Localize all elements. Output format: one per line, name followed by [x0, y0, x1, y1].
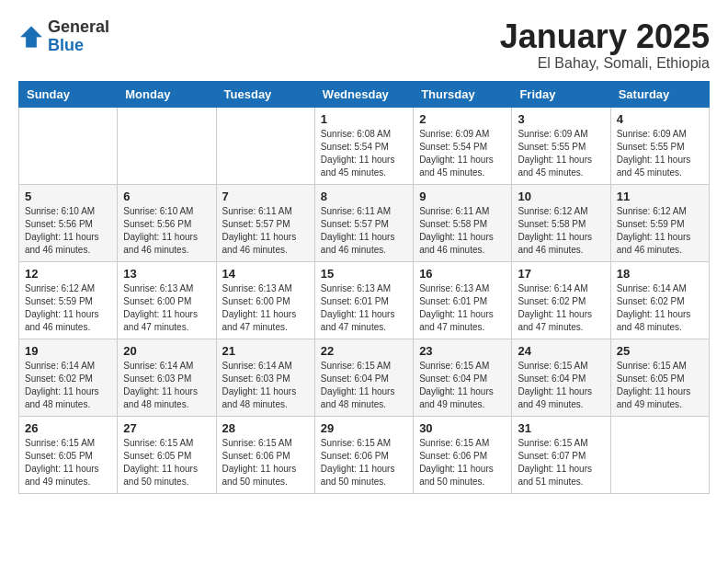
day-number: 18	[617, 267, 703, 281]
day-number: 6	[123, 190, 210, 203]
weekday-header: Friday	[512, 81, 610, 107]
day-number: 31	[518, 421, 604, 435]
day-number: 11	[617, 190, 703, 203]
day-number: 19	[25, 344, 111, 358]
calendar-cell: 9Sunrise: 6:11 AM Sunset: 5:58 PM Daylig…	[414, 184, 512, 261]
day-number: 8	[321, 190, 407, 203]
weekday-header: Saturday	[610, 81, 709, 107]
calendar-cell	[19, 107, 118, 184]
calendar-week-row: 12Sunrise: 6:12 AM Sunset: 5:59 PM Dayli…	[19, 261, 710, 339]
day-info: Sunrise: 6:13 AM Sunset: 6:01 PM Dayligh…	[321, 282, 407, 334]
day-number: 9	[419, 190, 506, 203]
day-info: Sunrise: 6:11 AM Sunset: 5:58 PM Dayligh…	[419, 205, 506, 257]
calendar-cell: 18Sunrise: 6:14 AM Sunset: 6:02 PM Dayli…	[610, 261, 709, 339]
logo-general-text: General	[48, 18, 109, 37]
day-number: 20	[123, 344, 210, 358]
calendar-cell: 26Sunrise: 6:15 AM Sunset: 6:05 PM Dayli…	[19, 416, 118, 493]
calendar-cell: 1Sunrise: 6:08 AM Sunset: 5:54 PM Daylig…	[314, 107, 413, 184]
day-number: 27	[123, 421, 210, 435]
calendar-cell: 2Sunrise: 6:09 AM Sunset: 5:54 PM Daylig…	[414, 107, 512, 184]
day-info: Sunrise: 6:15 AM Sunset: 6:05 PM Dayligh…	[123, 437, 210, 488]
day-info: Sunrise: 6:12 AM Sunset: 5:58 PM Dayligh…	[518, 205, 604, 257]
calendar-cell: 29Sunrise: 6:15 AM Sunset: 6:06 PM Dayli…	[314, 416, 413, 493]
day-number: 21	[222, 344, 309, 358]
day-number: 1	[321, 112, 407, 126]
calendar-cell: 4Sunrise: 6:09 AM Sunset: 5:55 PM Daylig…	[610, 107, 709, 184]
calendar-cell: 22Sunrise: 6:15 AM Sunset: 6:04 PM Dayli…	[314, 339, 413, 416]
day-info: Sunrise: 6:13 AM Sunset: 6:00 PM Dayligh…	[123, 282, 210, 334]
logo-icon	[18, 24, 44, 50]
day-number: 3	[518, 112, 604, 126]
calendar-cell: 31Sunrise: 6:15 AM Sunset: 6:07 PM Dayli…	[512, 416, 610, 493]
calendar-cell: 7Sunrise: 6:11 AM Sunset: 5:57 PM Daylig…	[216, 184, 314, 261]
calendar-cell: 3Sunrise: 6:09 AM Sunset: 5:55 PM Daylig…	[512, 107, 610, 184]
day-number: 30	[419, 421, 506, 435]
day-info: Sunrise: 6:12 AM Sunset: 5:59 PM Dayligh…	[25, 282, 111, 334]
day-info: Sunrise: 6:08 AM Sunset: 5:54 PM Dayligh…	[321, 128, 407, 179]
calendar-cell: 24Sunrise: 6:15 AM Sunset: 6:04 PM Dayli…	[512, 339, 610, 416]
weekday-header: Sunday	[19, 81, 118, 107]
day-info: Sunrise: 6:15 AM Sunset: 6:04 PM Dayligh…	[518, 360, 604, 411]
day-info: Sunrise: 6:15 AM Sunset: 6:06 PM Dayligh…	[321, 437, 407, 488]
day-info: Sunrise: 6:14 AM Sunset: 6:03 PM Dayligh…	[123, 360, 210, 411]
calendar-cell: 12Sunrise: 6:12 AM Sunset: 5:59 PM Dayli…	[19, 261, 118, 339]
day-info: Sunrise: 6:13 AM Sunset: 6:01 PM Dayligh…	[419, 282, 506, 334]
calendar-cell	[216, 107, 314, 184]
day-info: Sunrise: 6:11 AM Sunset: 5:57 PM Dayligh…	[222, 205, 309, 257]
day-info: Sunrise: 6:15 AM Sunset: 6:05 PM Dayligh…	[617, 360, 703, 411]
day-info: Sunrise: 6:10 AM Sunset: 5:56 PM Dayligh…	[25, 205, 111, 257]
calendar-cell: 6Sunrise: 6:10 AM Sunset: 5:56 PM Daylig…	[118, 184, 216, 261]
day-number: 26	[25, 421, 111, 435]
day-number: 24	[518, 344, 604, 358]
calendar-cell: 30Sunrise: 6:15 AM Sunset: 6:06 PM Dayli…	[414, 416, 512, 493]
day-number: 13	[123, 267, 210, 281]
page-header: General Blue January 2025 El Bahay, Soma…	[18, 18, 710, 72]
logo-blue-text: Blue	[48, 37, 109, 55]
weekday-header: Wednesday	[314, 81, 413, 107]
calendar-cell: 10Sunrise: 6:12 AM Sunset: 5:58 PM Dayli…	[512, 184, 610, 261]
calendar-cell: 20Sunrise: 6:14 AM Sunset: 6:03 PM Dayli…	[118, 339, 216, 416]
weekday-row: SundayMondayTuesdayWednesdayThursdayFrid…	[19, 81, 710, 107]
day-info: Sunrise: 6:15 AM Sunset: 6:06 PM Dayligh…	[222, 437, 309, 488]
day-info: Sunrise: 6:15 AM Sunset: 6:05 PM Dayligh…	[25, 437, 111, 488]
month-title: January 2025	[500, 18, 710, 55]
weekday-header: Tuesday	[216, 81, 314, 107]
day-number: 29	[321, 421, 407, 435]
calendar-cell: 19Sunrise: 6:14 AM Sunset: 6:02 PM Dayli…	[19, 339, 118, 416]
weekday-header: Thursday	[414, 81, 512, 107]
calendar-body: 1Sunrise: 6:08 AM Sunset: 5:54 PM Daylig…	[19, 107, 710, 493]
day-number: 22	[321, 344, 407, 358]
logo: General Blue	[18, 18, 109, 55]
day-number: 17	[518, 267, 604, 281]
day-info: Sunrise: 6:12 AM Sunset: 5:59 PM Dayligh…	[617, 205, 703, 257]
calendar-cell: 17Sunrise: 6:14 AM Sunset: 6:02 PM Dayli…	[512, 261, 610, 339]
day-number: 2	[419, 112, 506, 126]
calendar-week-row: 5Sunrise: 6:10 AM Sunset: 5:56 PM Daylig…	[19, 184, 710, 261]
calendar-cell: 11Sunrise: 6:12 AM Sunset: 5:59 PM Dayli…	[610, 184, 709, 261]
day-info: Sunrise: 6:14 AM Sunset: 6:02 PM Dayligh…	[518, 282, 604, 334]
day-info: Sunrise: 6:15 AM Sunset: 6:06 PM Dayligh…	[419, 437, 506, 488]
calendar-cell: 25Sunrise: 6:15 AM Sunset: 6:05 PM Dayli…	[610, 339, 709, 416]
calendar-cell: 8Sunrise: 6:11 AM Sunset: 5:57 PM Daylig…	[314, 184, 413, 261]
calendar-cell: 15Sunrise: 6:13 AM Sunset: 6:01 PM Dayli…	[314, 261, 413, 339]
day-number: 16	[419, 267, 506, 281]
title-area: January 2025 El Bahay, Somali, Ethiopia	[500, 18, 710, 72]
day-number: 10	[518, 190, 604, 203]
day-info: Sunrise: 6:11 AM Sunset: 5:57 PM Dayligh…	[321, 205, 407, 257]
day-number: 4	[617, 112, 703, 126]
day-number: 15	[321, 267, 407, 281]
calendar-cell: 5Sunrise: 6:10 AM Sunset: 5:56 PM Daylig…	[19, 184, 118, 261]
calendar-header: SundayMondayTuesdayWednesdayThursdayFrid…	[19, 81, 710, 107]
calendar-cell: 28Sunrise: 6:15 AM Sunset: 6:06 PM Dayli…	[216, 416, 314, 493]
calendar-week-row: 19Sunrise: 6:14 AM Sunset: 6:02 PM Dayli…	[19, 339, 710, 416]
day-info: Sunrise: 6:13 AM Sunset: 6:00 PM Dayligh…	[222, 282, 309, 334]
calendar-cell: 21Sunrise: 6:14 AM Sunset: 6:03 PM Dayli…	[216, 339, 314, 416]
day-number: 7	[222, 190, 309, 203]
calendar-table: SundayMondayTuesdayWednesdayThursdayFrid…	[18, 81, 710, 494]
day-number: 14	[222, 267, 309, 281]
calendar-cell: 27Sunrise: 6:15 AM Sunset: 6:05 PM Dayli…	[118, 416, 216, 493]
calendar-week-row: 26Sunrise: 6:15 AM Sunset: 6:05 PM Dayli…	[19, 416, 710, 493]
day-info: Sunrise: 6:15 AM Sunset: 6:07 PM Dayligh…	[518, 437, 604, 488]
day-number: 5	[25, 190, 111, 203]
day-number: 12	[25, 267, 111, 281]
